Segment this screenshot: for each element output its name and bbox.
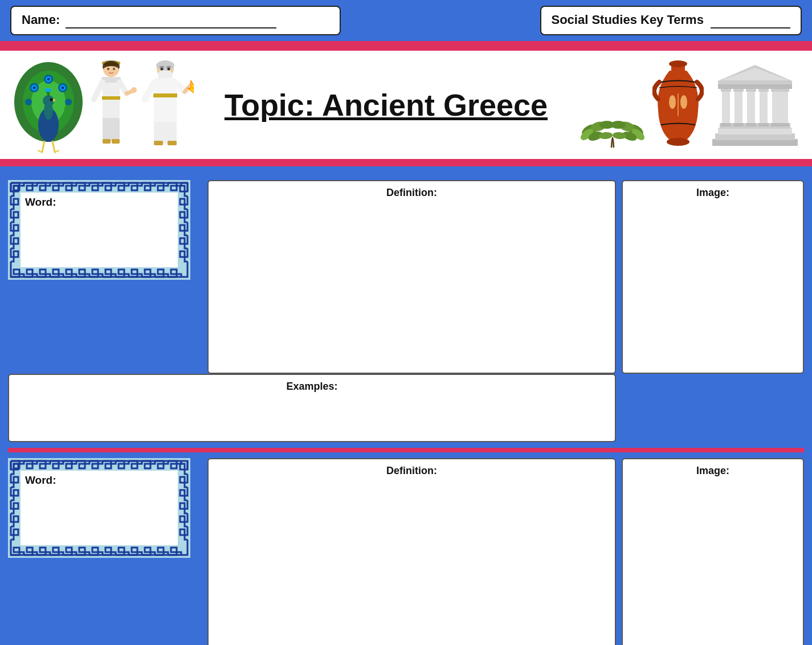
svg-rect-40 <box>103 139 111 144</box>
title-underline <box>711 13 790 28</box>
name-label: Name: <box>22 13 60 27</box>
card-2-right: Image: <box>622 458 804 645</box>
image-label-2: Image: <box>631 465 795 477</box>
svg-rect-41 <box>112 139 120 144</box>
banner-left-images <box>11 56 194 153</box>
examples-label-1: Examples: <box>17 381 607 393</box>
image-label-1: Image: <box>631 187 795 199</box>
card-section-1: Word: Definition: Image: Examples: <box>8 174 804 448</box>
card-1-top-row: Word: Definition: Image: <box>8 180 804 374</box>
card-1-left: Word: <box>8 180 202 374</box>
svg-rect-87 <box>780 91 788 125</box>
svg-point-12 <box>25 99 32 105</box>
definition-label-2: Definition: <box>217 465 607 477</box>
page-wrapper: Name: Social Studies Key Terms <box>0 0 812 645</box>
top-stripe <box>0 43 812 48</box>
image-box-2: Image: <box>622 458 804 645</box>
image-box-1: Image: <box>622 180 804 374</box>
svg-rect-39 <box>103 118 120 141</box>
svg-point-22 <box>50 99 53 101</box>
definition-box-1[interactable]: Definition: <box>207 180 616 374</box>
svg-rect-100 <box>746 123 756 126</box>
svg-line-35 <box>94 82 103 99</box>
banner-right-images <box>578 59 801 150</box>
svg-line-53 <box>145 84 154 99</box>
svg-rect-103 <box>779 123 789 126</box>
svg-point-11 <box>62 87 64 89</box>
svg-point-77 <box>667 138 689 146</box>
card-separator-stripe <box>8 448 804 452</box>
word-box-2: Word: <box>8 458 190 558</box>
topic-subject: Ancient Greece <box>322 88 548 122</box>
greek-key-border-1 <box>8 180 190 280</box>
examples-box-1[interactable]: Examples: <box>8 374 616 442</box>
svg-rect-34 <box>102 96 120 100</box>
svg-point-73 <box>669 60 687 67</box>
topic-text: Topic: Ancient Greece <box>205 87 567 123</box>
svg-point-20 <box>48 88 51 92</box>
title-box: Social Studies Key Terms <box>540 6 802 35</box>
svg-rect-82 <box>722 91 730 125</box>
bottom-banner-stripe <box>0 162 812 166</box>
svg-rect-52 <box>153 93 177 97</box>
name-underline <box>66 13 276 28</box>
card-1-right: Image: <box>622 180 804 374</box>
svg-point-13 <box>65 99 72 105</box>
definition-box-2[interactable]: Definition: <box>207 458 616 645</box>
svg-rect-99 <box>733 123 744 126</box>
svg-rect-83 <box>735 91 742 125</box>
svg-point-75 <box>680 95 687 109</box>
svg-point-45 <box>113 68 115 70</box>
svg-point-48 <box>156 60 174 71</box>
title-label: Social Studies Key Terms <box>552 13 704 27</box>
svg-point-68 <box>611 121 626 129</box>
svg-rect-51 <box>154 78 177 124</box>
svg-marker-97 <box>721 68 789 80</box>
svg-point-74 <box>669 95 676 109</box>
svg-point-16 <box>43 95 54 107</box>
svg-rect-101 <box>758 123 769 126</box>
female-figure-icon <box>85 56 137 153</box>
laurel-wreath-icon <box>578 111 647 150</box>
svg-point-8 <box>47 78 50 81</box>
word-label-1: Word: <box>25 196 56 209</box>
svg-line-25 <box>38 150 42 152</box>
peacock-icon <box>11 56 85 153</box>
svg-line-23 <box>42 141 44 152</box>
header: Name: Social Studies Key Terms <box>0 0 812 43</box>
svg-point-50 <box>168 68 170 71</box>
svg-rect-98 <box>721 123 731 126</box>
svg-point-49 <box>161 68 164 71</box>
svg-rect-84 <box>747 91 755 125</box>
card-2-top-row: Word: Definition: Image: <box>8 458 804 645</box>
topic-prefix: Topic: <box>225 88 322 122</box>
svg-point-5 <box>33 87 36 89</box>
card-1-bottom-row: Examples: <box>8 374 804 442</box>
svg-rect-58 <box>154 141 163 145</box>
amphora-icon <box>652 59 704 150</box>
card-2-mid: Definition: <box>207 458 616 645</box>
svg-point-38 <box>131 87 137 93</box>
svg-rect-57 <box>154 122 177 144</box>
svg-line-27 <box>55 150 59 152</box>
banner: Topic: Ancient Greece <box>0 48 812 162</box>
greek-key-border-2 <box>8 458 190 558</box>
definition-label-1: Definition: <box>217 187 607 199</box>
svg-point-44 <box>107 68 109 70</box>
svg-rect-95 <box>718 81 792 84</box>
card-2-left: Word: <box>8 458 202 645</box>
name-field[interactable]: Name: <box>10 6 341 35</box>
svg-rect-86 <box>772 91 780 125</box>
word-label-2: Word: <box>25 474 56 487</box>
card-section-2: Word: Definition: Image: Examples: <box>8 452 804 645</box>
parthenon-icon <box>709 59 801 150</box>
svg-line-24 <box>52 141 55 152</box>
svg-rect-85 <box>760 91 768 125</box>
svg-rect-59 <box>168 141 177 145</box>
word-box-1: Word: <box>8 180 190 280</box>
main-content: Word: Definition: Image: Examples: <box>0 166 812 645</box>
zeus-figure-icon <box>137 56 194 153</box>
card-1-mid: Definition: <box>207 180 616 374</box>
